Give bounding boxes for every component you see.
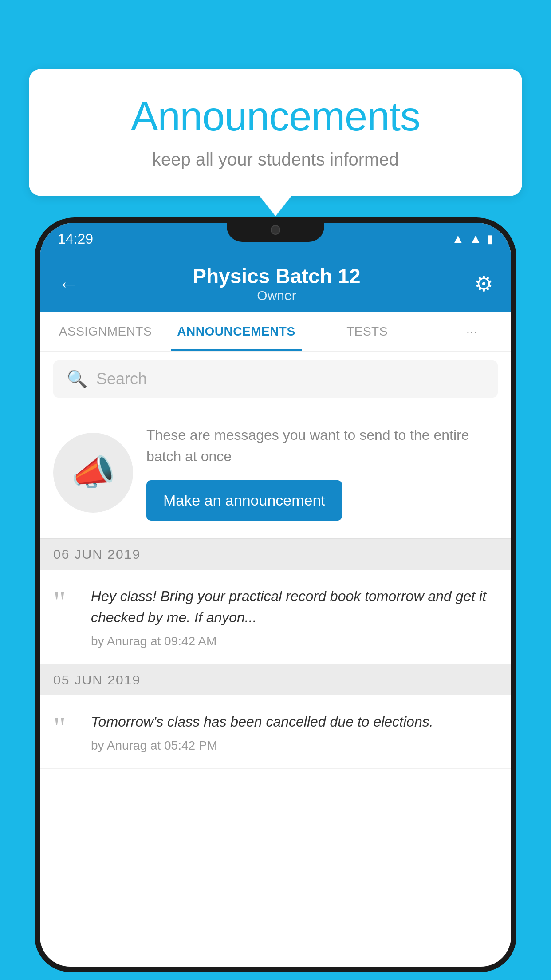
announcement-message-2: Tomorrow's class has been cancelled due … — [91, 711, 498, 732]
speech-bubble-subtitle: keep all your students informed — [55, 150, 496, 170]
batch-title: Physics Batch 12 — [79, 264, 474, 288]
status-time: 14:29 — [58, 231, 93, 247]
owner-label: Owner — [79, 288, 474, 303]
announcement-prompt: 📣 These are messages you want to send to… — [40, 407, 511, 539]
make-announcement-button[interactable]: Make an announcement — [146, 480, 342, 521]
quote-icon-2: " — [53, 715, 80, 740]
settings-button[interactable]: ⚙ — [474, 271, 493, 296]
tab-more[interactable]: ··· — [433, 312, 511, 351]
prompt-description: These are messages you want to send to t… — [146, 424, 498, 467]
camera — [271, 225, 280, 235]
search-icon: 🔍 — [67, 369, 87, 389]
search-placeholder: Search — [96, 370, 147, 388]
tab-announcements[interactable]: ANNOUNCEMENTS — [171, 312, 302, 351]
prompt-right: These are messages you want to send to t… — [146, 424, 498, 521]
search-container: 🔍 Search — [40, 352, 511, 407]
back-button[interactable]: ← — [58, 272, 79, 296]
speech-bubble-title: Announcements — [55, 93, 496, 140]
megaphone-circle: 📣 — [53, 433, 133, 513]
date-separator-2: 05 JUN 2019 — [40, 664, 511, 695]
wifi-icon: ▲ — [452, 232, 464, 246]
speech-bubble: Announcements keep all your students inf… — [29, 69, 522, 196]
app-header: ← Physics Batch 12 Owner ⚙ — [40, 255, 511, 312]
signal-icon: ▲ — [469, 232, 482, 246]
announcement-content-1: Hey class! Bring your practical record b… — [91, 585, 498, 648]
tab-assignments[interactable]: ASSIGNMENTS — [40, 312, 171, 351]
phone-notch — [227, 217, 324, 242]
tabs-bar: ASSIGNMENTS ANNOUNCEMENTS TESTS ··· — [40, 312, 511, 352]
announcement-content-2: Tomorrow's class has been cancelled due … — [91, 711, 498, 753]
header-center: Physics Batch 12 Owner — [79, 264, 474, 303]
announcement-item-1[interactable]: " Hey class! Bring your practical record… — [40, 570, 511, 664]
quote-icon-1: " — [53, 590, 80, 615]
search-bar[interactable]: 🔍 Search — [53, 360, 498, 398]
speech-bubble-container: Announcements keep all your students inf… — [29, 69, 522, 196]
announcement-meta-2: by Anurag at 05:42 PM — [91, 739, 498, 753]
phone-screen: 14:29 ▲ ▲ ▮ ← Physics Batch 12 Owner ⚙ — [40, 223, 511, 967]
date-separator-1: 06 JUN 2019 — [40, 539, 511, 570]
phone-outer: 14:29 ▲ ▲ ▮ ← Physics Batch 12 Owner ⚙ — [35, 217, 516, 972]
announcement-message-1: Hey class! Bring your practical record b… — [91, 585, 498, 628]
battery-icon: ▮ — [487, 232, 493, 246]
phone-mockup: 14:29 ▲ ▲ ▮ ← Physics Batch 12 Owner ⚙ — [35, 217, 516, 980]
announcement-item-2[interactable]: " Tomorrow's class has been cancelled du… — [40, 695, 511, 769]
status-icons: ▲ ▲ ▮ — [452, 232, 493, 246]
announcement-meta-1: by Anurag at 09:42 AM — [91, 634, 498, 648]
tab-tests[interactable]: TESTS — [302, 312, 433, 351]
megaphone-icon: 📣 — [71, 452, 115, 494]
